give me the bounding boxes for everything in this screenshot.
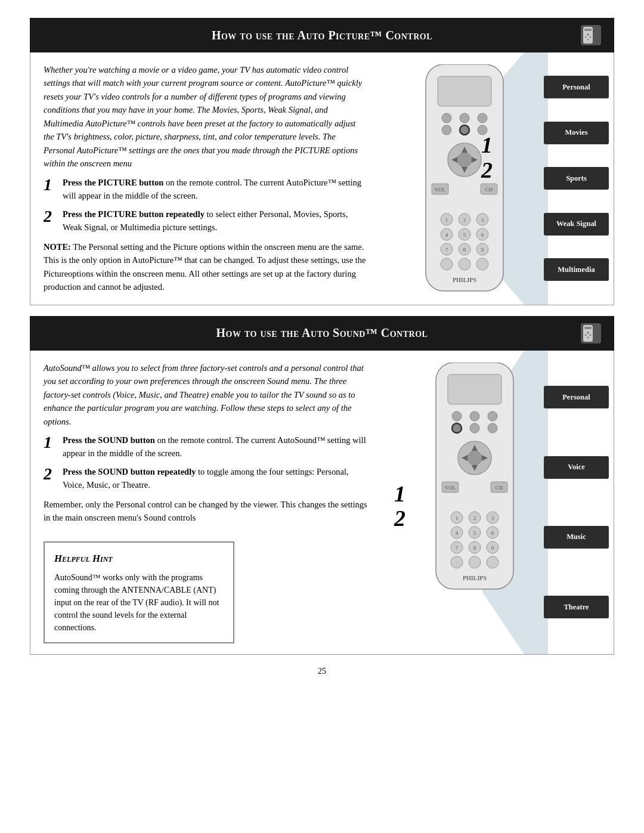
section2-step2: 2 Press the SOUND button repeatedly to t… [44, 466, 368, 492]
section1-remote: VOL CH 1 2 3 [414, 64, 515, 299]
svg-point-93 [487, 556, 499, 568]
section1-note: NOTE: The Personal setting and the Pictu… [44, 240, 368, 294]
svg-text:3: 3 [491, 515, 494, 521]
svg-text:CH: CH [485, 187, 493, 193]
step1-bold: Press the PICTURE button [63, 178, 163, 187]
section2-step1-text: Press the SOUND button on the remote con… [63, 434, 368, 460]
svg-text:CH: CH [496, 485, 503, 491]
svg-rect-8 [438, 76, 491, 106]
svg-point-61 [470, 423, 479, 433]
callout2-1: 1 [394, 482, 405, 507]
remote-icon-1 [580, 24, 602, 47]
section1-step2: 2 Press the PICTURE button repeatedly to… [44, 208, 368, 234]
svg-point-51 [587, 332, 589, 334]
section2-left: AutoSound™ allows you to select from thr… [30, 351, 381, 654]
svg-point-44 [459, 258, 470, 270]
step1-text: Press the PICTURE button on the remote c… [63, 176, 368, 203]
section2-intro: AutoSound™ allows you to select from thr… [44, 361, 368, 428]
section2-step2-text: Press the SOUND button repeatedly to tog… [63, 466, 368, 492]
svg-point-58 [470, 411, 479, 421]
section1-header: How to use the Auto Picture™ Control [30, 18, 614, 52]
section2-container: How to use the Auto Sound™ Control AutoS… [30, 316, 614, 655]
svg-point-62 [488, 423, 497, 433]
step1-number: 1 [44, 176, 57, 203]
option-sports: Sports [544, 167, 609, 190]
svg-text:3: 3 [481, 217, 484, 223]
section2-step2-number: 2 [44, 466, 57, 492]
section2-remote: VOL CH 1 2 3 4 [424, 363, 525, 597]
svg-text:2: 2 [463, 217, 466, 223]
step2-number: 2 [44, 208, 57, 234]
svg-point-54 [587, 336, 589, 338]
option-personal-1: Personal [544, 76, 609, 98]
option-weak-signal: Weak Signal [544, 213, 609, 236]
svg-point-64 [467, 451, 482, 465]
section2-header: How to use the Auto Sound™ Control [30, 316, 614, 351]
svg-point-3 [587, 33, 589, 36]
section2-note: Remember, only the Personal control can … [44, 498, 368, 525]
section1-right: VOL CH 1 2 3 [381, 52, 614, 305]
option-movies: Movies [544, 122, 609, 144]
section1-callout-numbers: 1 2 [481, 133, 493, 183]
section1-left: Whether you're watching a movie or a vid… [30, 52, 381, 305]
svg-point-45 [476, 258, 488, 270]
svg-point-9 [442, 113, 451, 123]
section1-container: How to use the Auto Picture™ Control Whe… [30, 18, 614, 305]
section2-step1: 1 Press the SOUND button on the remote c… [44, 434, 368, 460]
svg-text:9: 9 [491, 545, 494, 551]
svg-point-4 [585, 36, 587, 38]
svg-point-16 [457, 153, 472, 167]
section2-step1-number: 1 [44, 434, 57, 460]
section2-title: How to use the Auto Sound™ Control [72, 326, 572, 340]
svg-point-53 [590, 334, 592, 336]
svg-text:8: 8 [473, 545, 476, 551]
svg-point-12 [442, 125, 451, 135]
svg-text:7: 7 [456, 545, 459, 551]
svg-text:5: 5 [463, 232, 466, 238]
svg-text:6: 6 [481, 232, 484, 238]
svg-point-59 [488, 411, 497, 421]
svg-point-57 [452, 411, 462, 421]
section2-body: AutoSound™ allows you to select from thr… [30, 351, 614, 655]
svg-text:VOL: VOL [445, 485, 456, 491]
svg-text:1: 1 [445, 217, 448, 223]
svg-rect-50 [584, 327, 592, 329]
callout-1: 1 [481, 133, 493, 158]
section2-step2-bold: Press the SOUND button repeatedly [63, 467, 196, 476]
svg-text:2: 2 [473, 515, 476, 521]
section1-title: How to use the Auto Picture™ Control [72, 29, 572, 42]
section1-intro: Whether you're watching a movie or a vid… [44, 63, 368, 171]
svg-text:PHILIPS: PHILIPS [453, 277, 476, 283]
svg-point-52 [585, 334, 587, 336]
svg-point-43 [441, 258, 453, 270]
option-music: Music [544, 526, 609, 549]
svg-point-11 [478, 113, 487, 123]
svg-text:7: 7 [445, 247, 448, 253]
svg-text:1: 1 [456, 515, 459, 521]
svg-rect-56 [448, 374, 501, 404]
svg-text:VOL: VOL [435, 187, 446, 193]
helpful-hint-box: Helpful Hint AutoSound™ works only with … [44, 541, 234, 643]
callout-2: 2 [481, 158, 493, 183]
svg-point-10 [460, 113, 469, 123]
svg-text:5: 5 [473, 530, 476, 536]
svg-text:4: 4 [445, 232, 448, 238]
svg-text:9: 9 [481, 247, 484, 253]
section1-options: Personal Movies Sports Weak Signal Multi… [539, 52, 614, 305]
svg-point-92 [469, 556, 481, 568]
option-personal-2: Personal [544, 386, 609, 408]
svg-point-6 [587, 39, 589, 41]
option-multimedia: Multimedia [544, 258, 609, 281]
helpful-hint-title: Helpful Hint [54, 551, 224, 566]
section2-step1-bold: Press the SOUND button [63, 435, 155, 445]
option-voice: Voice [544, 456, 609, 479]
section1-step1: 1 Press the PICTURE button on the remote… [44, 176, 368, 203]
svg-point-91 [451, 556, 463, 568]
section2-callout-numbers: 1 2 [394, 482, 405, 532]
svg-text:PHILIPS: PHILIPS [463, 575, 487, 581]
helpful-hint-text: AutoSound™ works only with the programs … [54, 571, 224, 634]
step2-bold: Press the PICTURE button repeatedly [63, 209, 205, 219]
option-theatre: Theatre [544, 596, 609, 618]
svg-rect-2 [584, 29, 592, 31]
page-number: 25 [30, 667, 614, 676]
